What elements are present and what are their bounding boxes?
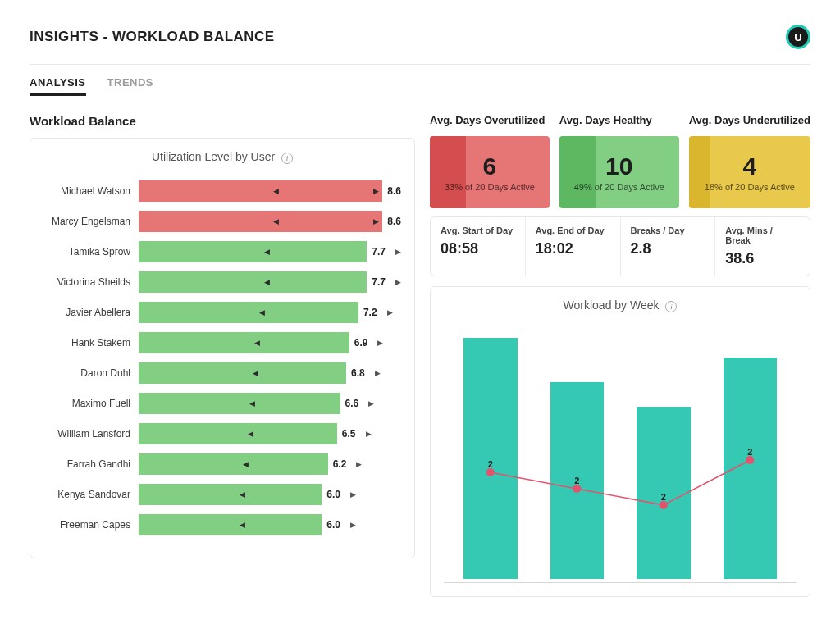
caret-right-icon: ▶: [356, 460, 362, 468]
utilization-bar-row: Hank Stakem◀6.9▶: [43, 332, 401, 353]
utilization-bar-fill: ◀: [139, 514, 322, 535]
kpi-under-shade: [689, 136, 711, 208]
week-bar: [463, 338, 518, 579]
caret-right-icon: ▶: [350, 490, 356, 499]
utilization-bar-value: 8.6: [387, 185, 401, 197]
kpi-over-title: Avg. Days Overutilized: [430, 114, 550, 126]
week-line-value: 2: [488, 459, 493, 469]
info-icon[interactable]: i: [281, 153, 293, 164]
week-line-value: 2: [574, 476, 579, 485]
workload-week-chart: 2222: [444, 329, 797, 583]
utilization-bar-row: William Lansford◀6.5▶: [43, 423, 401, 444]
caret-right-icon: ▶: [395, 278, 401, 286]
workload-week-title-text: Workload by Week: [564, 298, 660, 312]
utilization-user-label: Marcy Engelsman: [43, 216, 139, 227]
utilization-user-label: Farrah Gandhi: [43, 458, 139, 470]
utilization-bar-fill: ◀: [139, 332, 349, 353]
utilization-bar-row: Farrah Gandhi◀6.2▶: [43, 453, 401, 475]
kpi-over-value: 6: [483, 153, 497, 180]
utilization-bar-row: Javier Abellera◀7.2▶: [43, 302, 401, 323]
caret-right-icon: ▶: [366, 430, 372, 438]
caret-right-icon: ▶: [373, 217, 379, 226]
caret-right-icon: ▶: [395, 248, 401, 256]
kpi-over-tile: 6 33% of 20 Days Active: [430, 136, 550, 208]
utilization-bar-row: Victorina Sheilds◀7.7▶: [43, 271, 401, 293]
utilization-bar-track: ◀7.7▶: [139, 241, 401, 262]
caret-left-icon: ◀: [254, 339, 260, 347]
workload-week-title: Workload by Week i: [444, 298, 797, 312]
stats-row: Avg. Start of Day 08:58 Avg. End of Day …: [430, 216, 810, 276]
utilization-user-label: Victorina Sheilds: [43, 276, 139, 288]
week-line-value: 2: [661, 492, 666, 502]
caret-right-icon: ▶: [368, 399, 374, 408]
kpi-row: Avg. Days Overutilized 6 33% of 20 Days …: [430, 114, 810, 208]
stat-breaks: Breaks / Day 2.8: [621, 217, 716, 276]
utilization-bars: Michael Watson◀▶8.6Marcy Engelsman◀▶8.6T…: [43, 180, 401, 535]
utilization-bar-row: Tamika Sprow◀7.7▶: [43, 241, 401, 262]
utilization-bar-track: ◀▶8.6: [139, 211, 401, 232]
utilization-bar-row: Kenya Sandovar◀6.0▶: [43, 484, 401, 505]
avatar[interactable]: U: [786, 25, 810, 49]
stat-start-label: Avg. Start of Day: [441, 226, 515, 235]
utilization-bar-track: ◀▶8.6: [139, 180, 401, 202]
caret-left-icon: ◀: [264, 278, 270, 286]
week-line-value: 2: [747, 447, 752, 457]
week-bar: [724, 358, 778, 579]
caret-right-icon: ▶: [373, 187, 379, 195]
caret-left-icon: ◀: [259, 308, 265, 317]
stat-breaks-value: 2.8: [631, 240, 705, 257]
utilization-user-label: Freeman Capes: [43, 519, 139, 531]
page-header: INSIGHTS - WORKLOAD BALANCE U: [30, 25, 810, 65]
utilization-bar-row: Michael Watson◀▶8.6: [43, 180, 401, 202]
caret-right-icon: ▶: [350, 521, 356, 529]
utilization-bar-value: 8.6: [387, 216, 401, 227]
caret-right-icon: ▶: [375, 369, 381, 377]
workload-balance-title: Workload Balance: [30, 114, 415, 128]
utilization-bar-fill: ◀: [139, 423, 337, 444]
caret-left-icon: ◀: [264, 248, 270, 256]
kpi-healthy-value: 10: [605, 153, 632, 180]
kpi-under-tile: 4 18% of 20 Days Active: [689, 136, 810, 208]
utilization-bar-value: 7.7: [372, 246, 386, 257]
utilization-user-label: Maximo Fuell: [43, 398, 139, 409]
utilization-bar-fill: ◀: [139, 453, 328, 475]
utilization-bar-value: 6.2: [333, 458, 347, 470]
stat-start: Avg. Start of Day 08:58: [431, 217, 526, 276]
utilization-bar-track: ◀6.2▶: [139, 453, 401, 475]
stat-mins: Avg. Mins / Break 38.6: [715, 217, 810, 276]
utilization-chart-title: Utilization Level by User i: [43, 150, 401, 164]
caret-left-icon: ◀: [243, 460, 249, 468]
page-title: INSIGHTS - WORKLOAD BALANCE: [30, 29, 275, 45]
stat-start-value: 08:58: [441, 240, 515, 257]
kpi-healthy-title: Avg. Days Healthy: [559, 114, 679, 126]
utilization-chart-card: Utilization Level by User i Michael Wats…: [30, 138, 415, 558]
utilization-bar-track: ◀6.6▶: [139, 393, 401, 414]
utilization-bar-value: 6.8: [351, 367, 365, 379]
utilization-bar-fill: ◀: [139, 484, 322, 505]
workload-week-card: Workload by Week i 2222: [430, 286, 810, 597]
kpi-under-value: 4: [743, 153, 757, 180]
utilization-user-label: Hank Stakem: [43, 337, 139, 349]
kpi-under-title: Avg. Days Underutilized: [689, 114, 810, 126]
utilization-bar-track: ◀6.0▶: [139, 484, 401, 505]
utilization-bar-value: 6.0: [326, 489, 340, 500]
kpi-healthy-shade: [559, 136, 596, 208]
stat-mins-value: 38.6: [725, 250, 800, 267]
utilization-user-label: Javier Abellera: [43, 307, 139, 318]
tab-trends[interactable]: TRENDS: [107, 76, 153, 96]
utilization-bar-value: 7.2: [363, 307, 377, 318]
caret-left-icon: ◀: [249, 399, 255, 408]
utilization-bar-value: 7.7: [372, 276, 386, 288]
utilization-bar-fill: ◀: [139, 362, 346, 384]
utilization-bar-value: 6.0: [326, 519, 340, 531]
utilization-bar-value: 6.6: [345, 398, 359, 409]
utilization-user-label: Daron Duhl: [43, 367, 139, 379]
stat-breaks-label: Breaks / Day: [631, 226, 705, 235]
info-icon[interactable]: i: [665, 301, 677, 312]
tab-analysis[interactable]: ANALYSIS: [30, 76, 86, 96]
utilization-bar-row: Daron Duhl◀6.8▶: [43, 362, 401, 384]
caret-left-icon: ◀: [240, 521, 245, 529]
utilization-bar-fill: ◀▶: [139, 211, 382, 232]
kpi-under-sub: 18% of 20 Days Active: [705, 182, 795, 192]
utilization-bar-fill: ◀: [139, 393, 340, 414]
